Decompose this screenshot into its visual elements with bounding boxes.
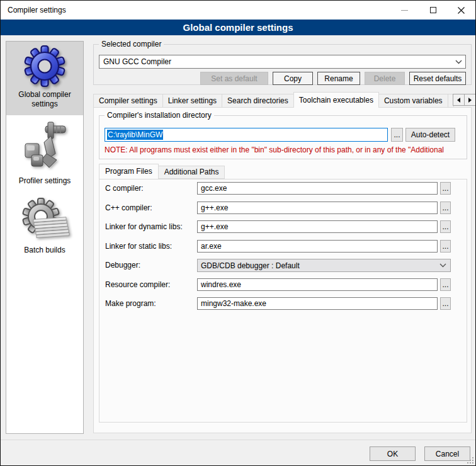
debugger-row: Debugger: GDB/CDB debugger : Default [105, 259, 461, 271]
settings-tabbar: Compiler settings Linker settings Search… [93, 92, 472, 108]
static-linker-input[interactable] [197, 240, 438, 253]
blue-gear-icon [23, 45, 66, 88]
sidebar-item-label: Batch builds [12, 246, 77, 255]
compiler-select-value: GNU GCC Compiler [103, 57, 451, 66]
sidebar-item-profiler-settings[interactable]: Profiler settings [6, 115, 83, 186]
chevron-down-icon [451, 60, 465, 64]
cpp-compiler-browse-button[interactable]: ... [440, 202, 451, 214]
set-as-default-button[interactable]: Set as default [200, 72, 268, 85]
tab-linker-settings[interactable]: Linker settings [162, 94, 222, 108]
programs-subtabbar: Program Files Additional Paths [99, 164, 224, 179]
gray-gear-stack-icon [20, 196, 70, 243]
close-button[interactable] [447, 1, 475, 20]
debugger-select[interactable]: GDB/CDB debugger : Default [197, 259, 451, 272]
ok-button[interactable]: OK [370, 446, 416, 461]
dynamic-linker-input[interactable] [197, 220, 438, 233]
static-linker-row: Linker for static libs: ... [105, 240, 461, 253]
chevron-down-icon [435, 263, 450, 268]
tab-scroll-right-button[interactable] [464, 94, 476, 106]
copy-button[interactable]: Copy [273, 72, 313, 85]
settings-category-list: Global compiler settings [6, 41, 84, 434]
maximize-icon [430, 7, 436, 13]
compiler-actions: Set as default Copy Rename Delete Reset … [200, 72, 466, 85]
installation-directory-group-label: Compiler's installation directory [105, 111, 214, 120]
window-title: Compiler settings [1, 6, 66, 14]
auto-detect-button[interactable]: Auto-detect [405, 128, 455, 142]
browse-directory-button[interactable]: ... [391, 128, 403, 142]
rename-button[interactable]: Rename [317, 72, 360, 85]
sidebar-item-global-compiler-settings[interactable]: Global compiler settings [6, 42, 83, 115]
cpp-compiler-label: C++ compiler: [105, 202, 152, 214]
tab-scroll-left-button[interactable] [453, 94, 465, 106]
titlebar: Compiler settings [1, 1, 475, 20]
static-linker-browse-button[interactable]: ... [440, 240, 451, 253]
tab-custom-variables[interactable]: Custom variables [378, 94, 448, 108]
resource-compiler-input[interactable] [197, 278, 438, 291]
arrow-left-icon [457, 98, 460, 103]
page-title: Global compiler settings [1, 20, 475, 35]
close-icon [458, 7, 465, 14]
make-program-browse-button[interactable]: ... [440, 297, 451, 310]
tab-toolchain-executables[interactable]: Toolchain executables [293, 92, 379, 108]
resource-compiler-row: Resource compiler: ... [105, 278, 461, 291]
cancel-button[interactable]: Cancel [424, 446, 470, 461]
minimize-icon [401, 10, 408, 11]
resource-compiler-browse-button[interactable]: ... [440, 278, 451, 291]
resize-grip-icon[interactable] [467, 457, 473, 463]
resource-compiler-label: Resource compiler: [105, 278, 170, 291]
compiler-settings-dialog: Compiler settings Global compiler settin… [0, 0, 476, 466]
c-compiler-label: C compiler: [105, 182, 144, 195]
maximize-button[interactable] [419, 1, 447, 20]
selected-compiler-group-label: Selected compiler [99, 40, 164, 48]
footer-separator [1, 440, 475, 440]
cpp-compiler-input[interactable] [197, 202, 438, 214]
installation-directory-input[interactable]: C:\raylib\MinGW [105, 128, 388, 142]
toolchain-executables-page: Compiler's installation directory C:\ray… [93, 107, 472, 433]
selected-compiler-group: Selected compiler GNU GCC Compiler Set a… [93, 44, 472, 85]
window-controls [390, 1, 475, 20]
cpp-compiler-row: C++ compiler: ... [105, 202, 461, 214]
sidebar-item-label: Global compiler settings [12, 90, 77, 109]
static-linker-label: Linker for static libs: [105, 240, 172, 253]
delete-button[interactable]: Delete [365, 72, 405, 85]
program-files-page: C compiler: ... C++ compiler: ... Linker… [99, 179, 467, 423]
installation-directory-row: C:\raylib\MinGW ... Auto-detect [105, 128, 463, 142]
c-compiler-input[interactable] [197, 182, 438, 195]
minimize-button[interactable] [390, 1, 419, 20]
make-program-row: Make program: ... [105, 297, 461, 310]
compiler-select[interactable]: GNU GCC Compiler [99, 55, 466, 69]
tab-compiler-settings[interactable]: Compiler settings [93, 94, 163, 108]
tab-search-directories[interactable]: Search directories [222, 94, 294, 108]
c-compiler-row: C compiler: ... [105, 182, 461, 195]
debugger-label: Debugger: [105, 259, 140, 271]
dynamic-linker-row: Linker for dynamic libs: ... [105, 220, 461, 233]
caliper-icon [20, 121, 69, 175]
tab-scroll-controls [453, 94, 476, 106]
subtab-additional-paths[interactable]: Additional Paths [158, 166, 225, 179]
arrow-right-icon [468, 98, 472, 103]
make-program-label: Make program: [105, 297, 156, 310]
make-program-input[interactable] [197, 297, 438, 310]
installation-directory-group: Compiler's installation directory C:\ray… [99, 115, 467, 159]
subtab-program-files[interactable]: Program Files [99, 164, 159, 179]
debugger-select-value: GDB/CDB debugger : Default [201, 261, 300, 270]
dynamic-linker-label: Linker for dynamic libs: [105, 220, 183, 233]
reset-defaults-button[interactable]: Reset defaults [409, 72, 466, 85]
c-compiler-browse-button[interactable]: ... [440, 182, 451, 195]
selected-path-text: C:\raylib\MinGW [107, 130, 163, 140]
sidebar-item-batch-builds[interactable]: Batch builds [6, 186, 83, 263]
dynamic-linker-browse-button[interactable]: ... [440, 220, 451, 233]
bin-subdirectory-note: NOTE: All programs must exist either in … [105, 145, 464, 154]
sidebar-item-label: Profiler settings [12, 176, 77, 186]
